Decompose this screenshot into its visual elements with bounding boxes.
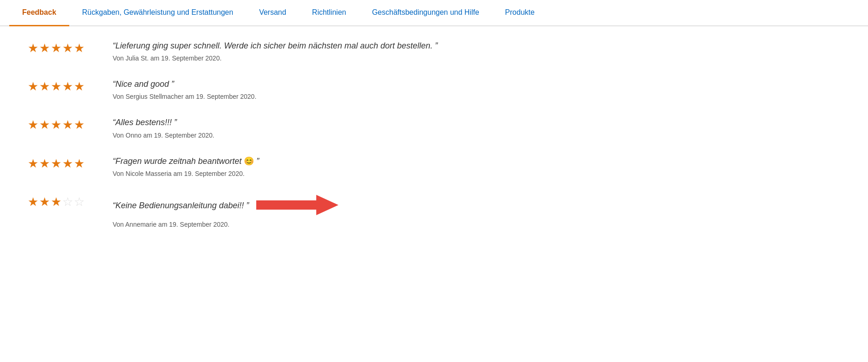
star-filled-icon: ★ xyxy=(39,79,50,94)
star-filled-icon: ★ xyxy=(39,157,50,171)
star-filled-icon: ★ xyxy=(62,118,73,132)
tab-returns[interactable]: Rückgaben, Gewährleistung und Erstattung… xyxy=(69,0,246,26)
star-rating: ★★★★★ xyxy=(28,40,102,55)
star-filled-icon: ★ xyxy=(62,79,73,94)
review-content: “Nice and good ”Von Sergius Stellmacher … xyxy=(113,78,256,100)
star-filled-icon: ★ xyxy=(51,79,61,94)
review-item: ★★★★★“Fragen wurde zeitnah beantwortet 😊… xyxy=(28,156,840,177)
review-item: ★★★★★“Alles bestens!!! ”Von Onno am 19. … xyxy=(28,117,840,139)
review-text: “Nice and good ” xyxy=(113,78,174,90)
star-filled-icon: ★ xyxy=(51,157,61,171)
review-author: Von Julia St. am 19. September 2020. xyxy=(113,54,438,62)
star-rating: ★★★★★ xyxy=(28,117,102,132)
review-item: ★★★☆☆“Keine Bedienungsanleitung dabei!! … xyxy=(28,194,840,228)
star-rating: ★★★☆☆ xyxy=(28,194,102,209)
star-filled-icon: ★ xyxy=(74,79,84,94)
navigation-tabs: FeedbackRückgaben, Gewährleistung und Er… xyxy=(0,0,868,26)
red-arrow-icon xyxy=(256,194,339,218)
review-text: “Keine Bedienungsanleitung dabei!! ” xyxy=(113,200,249,211)
reviews-section: ★★★★★“Lieferung ging super schnell. Werd… xyxy=(0,26,868,259)
review-author: Von Nicole Masseria am 19. September 202… xyxy=(113,170,259,177)
review-item: ★★★★★“Lieferung ging super schnell. Werd… xyxy=(28,40,840,62)
star-filled-icon: ★ xyxy=(62,157,73,171)
tab-feedback[interactable]: Feedback xyxy=(9,0,69,26)
star-filled-icon: ★ xyxy=(74,41,84,55)
star-filled-icon: ★ xyxy=(51,41,61,55)
star-filled-icon: ★ xyxy=(39,41,50,55)
tab-products[interactable]: Produkte xyxy=(492,0,548,26)
review-content: “Alles bestens!!! ”Von Onno am 19. Septe… xyxy=(113,117,214,139)
review-content: “Fragen wurde zeitnah beantwortet 😊 ”Von… xyxy=(113,156,259,177)
star-empty-icon: ☆ xyxy=(62,195,73,209)
star-filled-icon: ★ xyxy=(28,118,38,132)
svg-marker-0 xyxy=(256,195,338,215)
star-rating: ★★★★★ xyxy=(28,156,102,171)
review-item: ★★★★★“Nice and good ”Von Sergius Stellma… xyxy=(28,78,840,100)
review-author: Von Annemarie am 19. September 2020. xyxy=(113,221,339,228)
star-filled-icon: ★ xyxy=(51,195,61,209)
star-filled-icon: ★ xyxy=(62,41,73,55)
review-author: Von Onno am 19. September 2020. xyxy=(113,132,214,139)
star-filled-icon: ★ xyxy=(39,118,50,132)
review-text: “Fragen wurde zeitnah beantwortet 😊 ” xyxy=(113,156,259,167)
review-text: “Lieferung ging super schnell. Werde ich… xyxy=(113,40,438,52)
star-filled-icon: ★ xyxy=(28,79,38,94)
star-filled-icon: ★ xyxy=(74,118,84,132)
review-text: “Alles bestens!!! ” xyxy=(113,117,177,128)
tab-shipping[interactable]: Versand xyxy=(246,0,299,26)
review-content: “Lieferung ging super schnell. Werde ich… xyxy=(113,40,438,62)
star-filled-icon: ★ xyxy=(39,195,50,209)
star-filled-icon: ★ xyxy=(51,118,61,132)
tab-terms[interactable]: Geschäftsbedingungen und Hilfe xyxy=(359,0,492,26)
star-empty-icon: ☆ xyxy=(74,195,84,209)
review-author: Von Sergius Stellmacher am 19. September… xyxy=(113,93,256,100)
review-content: “Keine Bedienungsanleitung dabei!! ” Von… xyxy=(113,194,339,228)
star-filled-icon: ★ xyxy=(28,195,38,209)
star-filled-icon: ★ xyxy=(28,41,38,55)
star-rating: ★★★★★ xyxy=(28,78,102,94)
tab-policies[interactable]: Richtlinien xyxy=(299,0,359,26)
star-filled-icon: ★ xyxy=(74,157,84,171)
star-filled-icon: ★ xyxy=(28,157,38,171)
